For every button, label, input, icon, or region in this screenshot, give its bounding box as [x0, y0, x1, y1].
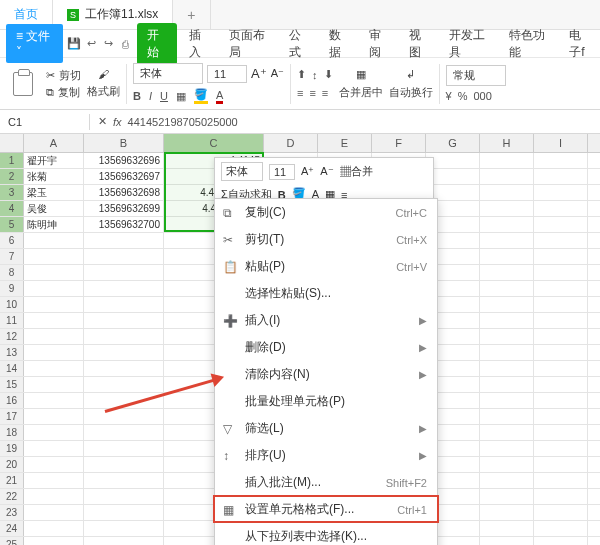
cell[interactable]	[24, 489, 84, 504]
row-header[interactable]: 18	[0, 425, 24, 440]
row-header[interactable]: 23	[0, 505, 24, 520]
increase-font-icon[interactable]: A⁺	[251, 66, 267, 81]
cell[interactable]	[84, 473, 164, 488]
cell[interactable]	[534, 409, 588, 424]
cell[interactable]: 梁玉	[24, 185, 84, 200]
ctx-item-0[interactable]: ⧉复制(C)Ctrl+C	[215, 199, 437, 226]
fx-cancel-icon[interactable]: ✕	[98, 115, 107, 128]
wrap-button[interactable]: ↲自动换行	[389, 68, 433, 100]
col-A[interactable]: A	[24, 134, 84, 152]
cell[interactable]	[534, 425, 588, 440]
cell[interactable]	[84, 457, 164, 472]
row-header[interactable]: 10	[0, 297, 24, 312]
size-select[interactable]: 11	[207, 65, 247, 83]
cell[interactable]	[84, 361, 164, 376]
cell[interactable]	[84, 329, 164, 344]
row-header[interactable]: 4	[0, 201, 24, 216]
align-top-icon[interactable]: ⬆	[297, 68, 306, 81]
ctx-item-3[interactable]: 选择性粘贴(S)...	[215, 280, 437, 307]
row-header[interactable]: 21	[0, 473, 24, 488]
border-icon[interactable]: ▦	[176, 90, 186, 103]
col-H[interactable]: H	[480, 134, 534, 152]
cell[interactable]	[24, 473, 84, 488]
italic-icon[interactable]: I	[149, 90, 152, 102]
cell[interactable]	[534, 153, 588, 168]
row-header[interactable]: 6	[0, 233, 24, 248]
cell[interactable]	[534, 345, 588, 360]
align-left-icon[interactable]: ≡	[297, 87, 303, 99]
cell[interactable]	[534, 281, 588, 296]
cell[interactable]	[426, 153, 480, 168]
cell[interactable]	[24, 345, 84, 360]
cell[interactable]: 13569632699	[84, 201, 164, 216]
menu-ebook[interactable]: 电子f	[561, 23, 600, 65]
cell[interactable]	[24, 361, 84, 376]
ctx-item-9[interactable]: ↕排序(U)▶	[215, 442, 437, 469]
cell[interactable]	[534, 521, 588, 536]
cell[interactable]	[480, 393, 534, 408]
bold-icon[interactable]: B	[133, 90, 141, 102]
cell[interactable]	[84, 521, 164, 536]
ctx-item-12[interactable]: 从下拉列表中选择(K)...	[215, 523, 437, 545]
cell[interactable]	[480, 457, 534, 472]
ctx-item-6[interactable]: 清除内容(N)▶	[215, 361, 437, 388]
ctx-item-10[interactable]: 插入批注(M)...Shift+F2	[215, 469, 437, 496]
cell[interactable]	[480, 297, 534, 312]
cell[interactable]	[534, 233, 588, 248]
col-D[interactable]: D	[264, 134, 318, 152]
cell[interactable]	[84, 233, 164, 248]
cell[interactable]	[480, 489, 534, 504]
cell[interactable]	[534, 329, 588, 344]
row-header[interactable]: 5	[0, 217, 24, 232]
mini-size[interactable]: 11	[269, 164, 295, 180]
cell[interactable]	[480, 153, 534, 168]
mini-dec-icon[interactable]: A⁻	[320, 165, 333, 178]
row-header[interactable]: 24	[0, 521, 24, 536]
cell[interactable]	[84, 281, 164, 296]
cell[interactable]	[84, 537, 164, 545]
percent-icon[interactable]: %	[458, 90, 468, 102]
cell[interactable]	[24, 329, 84, 344]
menu-file[interactable]: ≡ 文件 ˅	[6, 24, 63, 63]
decrease-font-icon[interactable]: A⁻	[271, 67, 284, 80]
cell[interactable]	[534, 441, 588, 456]
row-header[interactable]: 14	[0, 361, 24, 376]
numfmt-select[interactable]: 常规	[446, 65, 506, 86]
row-header[interactable]: 2	[0, 169, 24, 184]
cell[interactable]	[24, 249, 84, 264]
cell[interactable]	[24, 297, 84, 312]
cell[interactable]	[480, 329, 534, 344]
row-header[interactable]: 9	[0, 281, 24, 296]
undo-icon[interactable]: ↩	[85, 36, 98, 52]
fill-icon[interactable]: 🪣	[194, 88, 208, 104]
font-select[interactable]: 宋体	[133, 63, 203, 84]
cell[interactable]	[84, 249, 164, 264]
cell[interactable]	[534, 537, 588, 545]
cell[interactable]	[84, 489, 164, 504]
col-E[interactable]: E	[318, 134, 372, 152]
cell[interactable]	[480, 441, 534, 456]
cell[interactable]	[534, 457, 588, 472]
mini-inc-icon[interactable]: A⁺	[301, 165, 314, 178]
menu-special[interactable]: 特色功能	[501, 23, 557, 65]
cell[interactable]	[480, 409, 534, 424]
row-header[interactable]: 15	[0, 377, 24, 392]
ctx-item-7[interactable]: 批量处理单元格(P)	[215, 388, 437, 415]
print-icon[interactable]: ⎙	[119, 36, 132, 52]
cell[interactable]	[426, 169, 480, 184]
cell[interactable]	[480, 537, 534, 545]
cell[interactable]	[24, 281, 84, 296]
ctx-item-8[interactable]: ▽筛选(L)▶	[215, 415, 437, 442]
cell[interactable]	[534, 377, 588, 392]
cell[interactable]	[534, 185, 588, 200]
cell[interactable]: 张菊	[24, 169, 84, 184]
cell[interactable]	[480, 185, 534, 200]
cell[interactable]	[480, 521, 534, 536]
row-header[interactable]: 11	[0, 313, 24, 328]
cell[interactable]	[480, 425, 534, 440]
row-header[interactable]: 22	[0, 489, 24, 504]
ctx-item-2[interactable]: 📋粘贴(P)Ctrl+V	[215, 253, 437, 280]
cell[interactable]	[534, 393, 588, 408]
cell[interactable]: 13569632700	[84, 217, 164, 232]
row-header[interactable]: 8	[0, 265, 24, 280]
